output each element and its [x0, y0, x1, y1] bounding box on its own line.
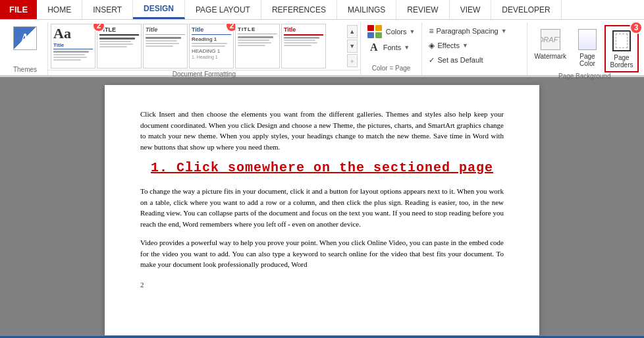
page-color-label: PageColor — [579, 53, 595, 67]
page-color-icon — [576, 28, 599, 51]
themes-section: A Themes — [3, 22, 48, 75]
watermark-button[interactable]: DRAFT Watermark — [530, 25, 570, 63]
tab-mailings[interactable]: MAILINGS — [337, 0, 396, 19]
tab-bar: FILE HOME INSERT DESIGN PAGE LAYOUT REFE… — [0, 0, 644, 20]
gallery-more-arrow[interactable]: ⬦ — [347, 54, 358, 67]
page-borders-graphic — [612, 30, 631, 51]
ribbon: FILE HOME INSERT DESIGN PAGE LAYOUT REFE… — [0, 0, 644, 77]
style-gallery: Aa Title TITLE — [48, 22, 360, 70]
step3-badge: 3 — [630, 21, 643, 34]
tab-review[interactable]: REVIEW — [396, 0, 449, 19]
effects-button[interactable]: ◈ Effects ▼ — [426, 38, 523, 53]
page-background-section: DRAFT Watermark PageColor — [527, 22, 641, 75]
style-item-2[interactable]: TITLE 2 — [97, 24, 142, 69]
gallery-section-label: Document Formatting — [48, 70, 360, 79]
colors-fonts-section: Colors ▼ A Fonts ▼ Color = Page — [361, 22, 423, 75]
tab-developer[interactable]: DEVELOPER — [491, 0, 561, 19]
gallery-arrows: ▲ ▼ ⬦ — [347, 25, 358, 67]
tab-file[interactable]: FILE — [0, 0, 37, 19]
page-borders-icon — [610, 29, 633, 53]
page-borders-label: PageBorders — [610, 54, 633, 69]
page-color-button[interactable]: PageColor — [572, 25, 603, 70]
style-item-5[interactable]: TITLE — [235, 24, 280, 69]
doc-paragraph-1: Click Insert and then choose the element… — [140, 109, 504, 152]
themes-button[interactable]: A — [8, 22, 42, 54]
gallery-up-arrow[interactable]: ▲ — [347, 25, 358, 38]
tab-references[interactable]: REFERENCES — [261, 0, 337, 19]
document-page[interactable]: Click Insert and then choose the element… — [105, 85, 539, 335]
themes-icon-inner: A — [13, 26, 37, 50]
tab-insert[interactable]: INSERT — [82, 0, 133, 19]
colors-icon — [367, 25, 383, 38]
style-item-3[interactable]: Title — [143, 24, 188, 69]
tab-page-layout[interactable]: PAGE LAYOUT — [185, 0, 261, 19]
themes-icon: A — [12, 25, 38, 51]
fonts-dropdown-arrow: ▼ — [404, 44, 410, 51]
page-borders-inner — [616, 34, 628, 48]
effects-arrow: ▼ — [462, 42, 468, 49]
document-formatting-section: Aa Title TITLE — [48, 22, 361, 75]
para-spacing-label: Paragraph Spacing — [436, 27, 498, 35]
fonts-button[interactable]: A Fonts ▼ — [365, 40, 418, 55]
page-background-buttons: DRAFT Watermark PageColor — [530, 24, 639, 72]
color-swatch-green — [375, 32, 382, 38]
page-background-section-label: Page Background — [530, 72, 639, 82]
style-item-1[interactable]: Aa Title — [51, 24, 95, 69]
themes-label: Themes — [13, 66, 37, 75]
style-item-4[interactable]: Title Reading 1 HEADING 1 1. Heading 1 2 — [189, 24, 234, 69]
style-item-6[interactable]: Title — [281, 24, 326, 69]
set-default-button[interactable]: ✓ Set as Default — [426, 53, 523, 67]
fonts-label: Fonts — [383, 43, 402, 51]
style-items-list: Aa Title TITLE — [51, 24, 347, 69]
tab-design[interactable]: DESIGN — [133, 0, 185, 19]
colors-dropdown-arrow: ▼ — [410, 28, 416, 35]
color-swatch-blue — [367, 32, 374, 38]
effects-icon: ◈ — [429, 41, 435, 50]
colors-button[interactable]: Colors ▼ — [365, 24, 418, 40]
color-swatch-orange — [375, 25, 382, 31]
fonts-icon: A — [367, 41, 381, 54]
set-default-label: Set as Default — [437, 56, 483, 64]
para-spacing-icon: ≡ — [429, 26, 433, 36]
page-color-graphic — [578, 29, 597, 50]
doc-instruction: 1. Click somewhere on the sectioned page — [140, 160, 504, 175]
checkmark-icon: ✓ — [429, 56, 435, 65]
ribbon-body: A Themes Aa Title — [0, 20, 644, 76]
tab-view[interactable]: VIEW — [450, 0, 492, 19]
gallery-down-arrow[interactable]: ▼ — [347, 40, 358, 53]
page-number: 2 — [140, 281, 504, 289]
para-section: ≡ Paragraph Spacing ▼ ◈ Effects ▼ ✓ Set … — [422, 22, 527, 75]
watermark-graphic: DRAFT — [541, 29, 560, 50]
doc-paragraph-3: Video provides a powerful way to help yo… — [140, 237, 504, 270]
themes-letter: A — [21, 32, 30, 45]
doc-paragraph-2: To change the way a picture fits in your… — [140, 186, 504, 229]
colors-label: Colors — [386, 28, 407, 36]
para-spacing-arrow: ▼ — [501, 28, 507, 34]
document-area: Click Insert and then choose the element… — [0, 77, 644, 336]
color-swatch-red — [367, 25, 374, 31]
colors-fonts-section-label: Color = Page — [365, 65, 418, 74]
watermark-icon: DRAFT — [539, 28, 562, 51]
tab-home[interactable]: HOME — [37, 0, 82, 19]
effects-label: Effects — [437, 42, 459, 49]
para-section-label — [426, 72, 523, 74]
watermark-label: Watermark — [534, 53, 566, 60]
page-borders-button[interactable]: PageBorders 3 — [604, 25, 639, 72]
para-spacing-button[interactable]: ≡ Paragraph Spacing ▼ — [426, 24, 523, 38]
